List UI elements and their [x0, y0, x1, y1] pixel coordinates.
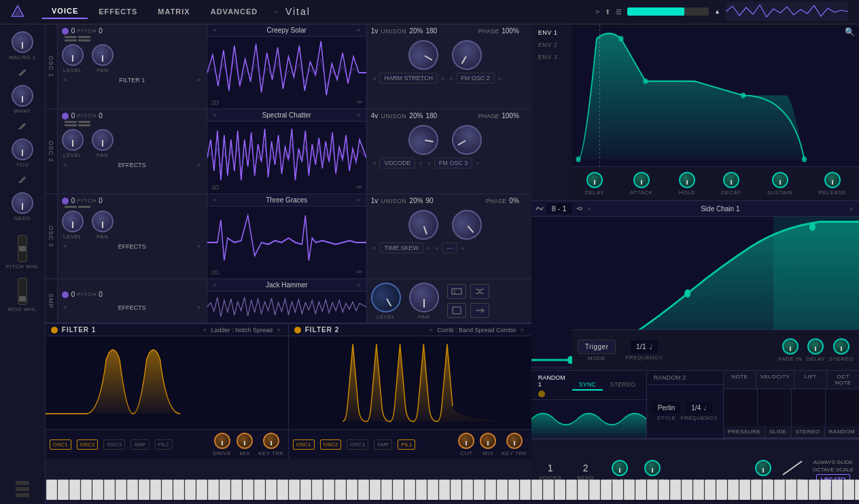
tab-advanced[interactable]: ADVANCED — [201, 5, 268, 18]
osc2-pitch-right[interactable]: 0 — [99, 112, 103, 120]
macro-2-knob[interactable] — [12, 85, 33, 107]
filter1-osc1-btn[interactable]: OSC1 — [50, 439, 71, 450]
osc3-mod2-next[interactable]: > — [459, 245, 466, 252]
env-attack-knob[interactable] — [633, 172, 650, 188]
osc2-pan-knob[interactable] — [92, 129, 113, 151]
osc3-mod2-prev[interactable]: < — [434, 245, 441, 252]
filter2-osc3-btn[interactable]: OSC3 — [347, 439, 368, 450]
env-search-icon[interactable]: 🔍 — [845, 27, 855, 37]
osc2-pitch-left[interactable]: 0 — [71, 112, 75, 120]
random2-style-display[interactable]: Perlin — [652, 402, 681, 414]
osc1-pan-knob[interactable] — [92, 44, 113, 66]
filter1-mix-knob[interactable] — [236, 433, 253, 449]
osc1-wave-canvas[interactable]: 2D ✏ — [207, 37, 366, 109]
osc3-phase-knob[interactable] — [446, 204, 488, 246]
random-tab-1[interactable]: RANDOM 1 — [536, 373, 568, 389]
osc1-filter-next[interactable]: > — [195, 76, 203, 84]
osc1-mod2-label[interactable]: FM OSC 2 — [456, 73, 495, 84]
macro-4-knob[interactable] — [12, 192, 33, 214]
osc3-filter-prev[interactable]: < — [62, 242, 69, 250]
osc2-mod1-prev[interactable]: < — [371, 160, 379, 167]
filter2-cut-knob[interactable] — [458, 433, 474, 449]
lfo-stereo-knob[interactable] — [833, 338, 849, 355]
osc1-wave-prev[interactable]: < — [211, 26, 219, 34]
osc3-level-knob[interactable] — [62, 211, 84, 232]
mod-wheel[interactable] — [18, 278, 27, 305]
filter1-osc3-btn[interactable]: OSC3 — [103, 439, 125, 450]
osc3-wave-next[interactable]: > — [355, 196, 362, 204]
smp-shuffle-icon[interactable] — [470, 284, 489, 299]
osc3-mod1-label[interactable]: TIME SKEW — [379, 242, 423, 253]
env-tab-2[interactable]: ENV 2 — [534, 39, 569, 50]
tab-effects[interactable]: EFFECTS — [89, 5, 147, 18]
env-delay-knob[interactable] — [586, 172, 603, 188]
filter1-dot[interactable] — [51, 327, 58, 334]
osc2-mod2-prev[interactable]: < — [425, 160, 433, 167]
osc3-pan-knob[interactable] — [92, 211, 113, 232]
lfo-mode-display[interactable]: Trigger — [578, 340, 616, 354]
smp-pan-knob[interactable] — [409, 283, 439, 312]
osc2-wave-canvas[interactable]: 3D ✏ — [207, 122, 366, 194]
macro-1-knob[interactable] — [12, 31, 33, 53]
macro-3-knob[interactable] — [12, 139, 33, 160]
osc3-filter-next[interactable]: > — [195, 242, 203, 250]
lfo-freq-control[interactable]: 1/1 ♩ — [631, 340, 658, 353]
filter2-preset-prev[interactable]: < — [427, 326, 435, 334]
osc3-mod1-next[interactable]: > — [425, 245, 432, 252]
env-tab-3[interactable]: ENV 3 — [534, 52, 569, 62]
filter1-canvas[interactable] — [46, 336, 288, 429]
lfo-chain-prev[interactable]: < — [586, 205, 593, 213]
filter1-smp-btn[interactable]: SMP — [130, 439, 149, 450]
osc1-mod1-next[interactable]: > — [439, 75, 446, 82]
smp-loop-icon[interactable] — [447, 284, 466, 299]
filter1-fil2-btn[interactable]: FIL2 — [155, 439, 173, 450]
osc1-enable-dot[interactable] — [62, 28, 69, 35]
random1-canvas[interactable] — [531, 400, 646, 438]
smp-wave-prev[interactable]: < — [211, 281, 219, 289]
smp-swap-icon[interactable] — [470, 303, 489, 318]
filter1-osc2-btn[interactable]: OSC2 — [77, 439, 99, 450]
osc3-edit-icon[interactable]: ✏ — [357, 268, 362, 276]
osc2-mod2-next[interactable]: > — [474, 160, 481, 167]
osc1-level-knob[interactable] — [62, 44, 84, 66]
filter2-osc2-btn[interactable]: OSC2 — [320, 439, 342, 450]
env-release-knob[interactable] — [824, 172, 841, 188]
sync-tab[interactable]: SYNC — [572, 380, 603, 391]
osc2-wave-next[interactable]: > — [355, 111, 362, 119]
filter2-smp-btn[interactable]: SMP — [374, 439, 392, 450]
lfo-delay-knob[interactable] — [807, 338, 824, 355]
osc2-edit-icon[interactable]: ✏ — [357, 183, 362, 191]
lfo-chain-next[interactable]: > — [847, 205, 855, 213]
filter2-fil1-btn[interactable]: FIL1 — [398, 439, 415, 450]
osc2-filter-next[interactable]: > — [195, 161, 203, 168]
oct-note-area[interactable] — [826, 389, 859, 426]
osc1-phase-knob[interactable] — [446, 35, 487, 75]
slider-icon-3[interactable] — [16, 493, 29, 497]
smp-filter-next[interactable]: > — [195, 304, 203, 311]
osc1-pitch-right[interactable]: 0 — [99, 27, 103, 35]
osc1-pitch-left[interactable]: 0 — [71, 27, 75, 35]
osc2-enable-dot[interactable] — [62, 113, 69, 120]
osc2-main-knob[interactable] — [406, 123, 440, 158]
random-tab-2[interactable]: RANDOM 2 — [651, 373, 689, 382]
osc1-filter-prev[interactable]: < — [62, 76, 69, 84]
env-tab-1[interactable]: ENV 1 — [534, 27, 569, 38]
smp-wave-canvas[interactable] — [207, 291, 366, 323]
osc3-main-knob[interactable] — [404, 206, 442, 244]
filter1-keytrk-knob[interactable] — [263, 433, 279, 449]
export-icon[interactable]: ⬆ — [605, 8, 610, 16]
osc2-mod1-label[interactable]: VOCODE — [379, 158, 415, 168]
note-area[interactable] — [724, 389, 758, 426]
osc3-wave-prev[interactable]: < — [211, 196, 219, 204]
random2-freq-display[interactable]: 1/4 ♩ — [686, 402, 712, 414]
osc3-pitch-left[interactable]: 0 — [71, 197, 75, 204]
vel-trk-knob[interactable] — [612, 460, 628, 476]
filter2-osc1-btn[interactable]: OSC1 — [293, 439, 315, 450]
slider-icon-2[interactable] — [16, 487, 29, 491]
env-sustain-knob[interactable] — [772, 172, 788, 188]
osc2-phase-knob[interactable] — [446, 120, 487, 160]
smp-pitch-left[interactable]: 0 — [71, 291, 75, 298]
env-decay-knob[interactable] — [723, 172, 739, 188]
filter2-canvas[interactable] — [289, 336, 531, 429]
lift-area[interactable] — [792, 389, 826, 426]
